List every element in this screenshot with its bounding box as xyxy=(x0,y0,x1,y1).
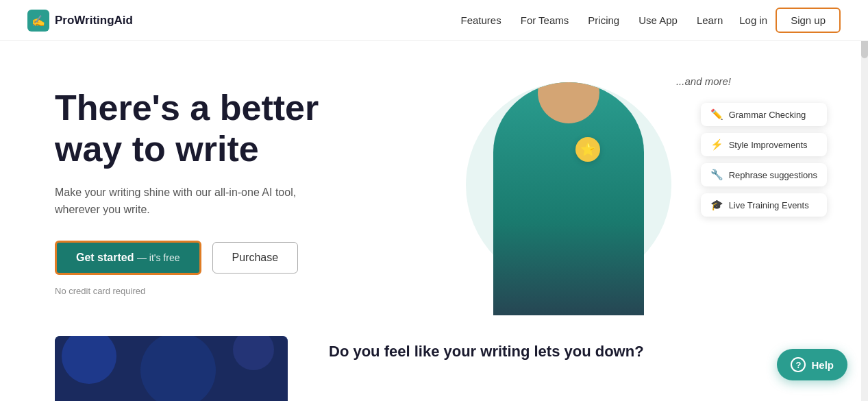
hero-buttons: Get started — it's free Purchase xyxy=(55,241,411,275)
person-body xyxy=(493,82,644,315)
hero-section: There's a better way to write Make your … xyxy=(0,41,868,336)
starry-night-overlay xyxy=(55,336,288,401)
help-button[interactable]: ? Help xyxy=(777,349,847,380)
svg-text:✍: ✍ xyxy=(32,14,45,27)
logo-icon: ✍ xyxy=(27,10,49,32)
logo-link[interactable]: ✍ ProWritingAid xyxy=(27,10,133,32)
login-button[interactable]: Log in xyxy=(739,14,767,26)
feature-pills: ✏️ Grammar Checking ⚡ Style Improvements… xyxy=(701,103,827,217)
pill-training: 🎓 Live Training Events xyxy=(701,193,827,217)
nav-use-app[interactable]: Use App xyxy=(638,14,678,26)
hero-subtitle: Make your writing shine with our all-in-… xyxy=(55,184,315,219)
nav-links: Features For Teams Pricing Use App Learn xyxy=(461,14,723,26)
purchase-button[interactable]: Purchase xyxy=(212,242,299,274)
nav-for-teams[interactable]: For Teams xyxy=(521,14,569,26)
hero-title: There's a better way to write xyxy=(55,88,411,170)
bottom-image xyxy=(55,336,288,401)
style-icon: ⚡ xyxy=(710,138,723,151)
pill-style: ⚡ Style Improvements xyxy=(701,133,827,156)
bottom-right: Do you feel like your writing lets you d… xyxy=(329,336,644,361)
navigation: ✍ ProWritingAid Features For Teams Prici… xyxy=(0,0,868,41)
brand-name: ProWritingAid xyxy=(55,14,133,27)
and-more-text: ...and more! xyxy=(676,75,731,87)
pill-rephrase: 🔧 Rephrase suggestions xyxy=(701,163,827,186)
bottom-question: Do you feel like your writing lets you d… xyxy=(329,343,644,361)
nav-pricing[interactable]: Pricing xyxy=(588,14,619,26)
nav-learn[interactable]: Learn xyxy=(697,14,723,26)
pill-style-label: Style Improvements xyxy=(729,140,808,150)
help-label: Help xyxy=(811,359,834,371)
person-head xyxy=(538,82,599,123)
help-circle-icon: ? xyxy=(791,357,806,372)
training-icon: 🎓 xyxy=(710,199,723,211)
hero-right: ⭐ ...and more! ✏️ Grammar Checking ⚡ Sty… xyxy=(425,69,813,315)
scrollbar-track[interactable] xyxy=(861,0,868,401)
rephrase-icon: 🔧 xyxy=(710,169,723,181)
person-illustration xyxy=(480,69,658,315)
pill-rephrase-label: Rephrase suggestions xyxy=(729,170,817,180)
signup-button[interactable]: Sign up xyxy=(776,8,841,33)
no-credit-card-text: No credit card required xyxy=(55,286,411,296)
star-badge: ⭐ xyxy=(575,137,600,162)
hero-left: There's a better way to write Make your … xyxy=(55,88,411,296)
pill-grammar: ✏️ Grammar Checking xyxy=(701,103,827,126)
grammar-icon: ✏️ xyxy=(710,108,723,121)
bottom-section: Do you feel like your writing lets you d… xyxy=(0,336,868,401)
get-started-button[interactable]: Get started — it's free xyxy=(55,241,201,275)
pill-training-label: Live Training Events xyxy=(729,200,809,210)
pill-grammar-label: Grammar Checking xyxy=(729,110,806,120)
nav-features[interactable]: Features xyxy=(461,14,501,26)
